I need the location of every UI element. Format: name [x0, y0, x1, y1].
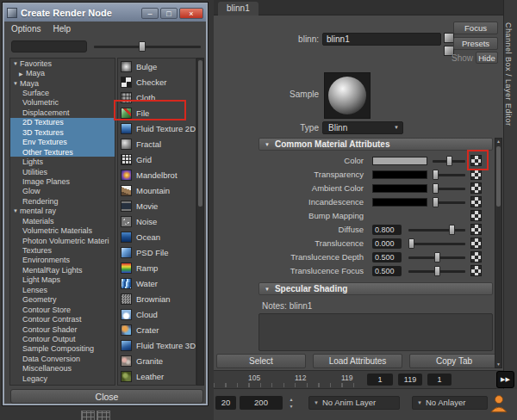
tree-item-light-maps[interactable]: Light Maps: [10, 275, 115, 285]
node-item-checker[interactable]: Checker: [118, 74, 196, 90]
node-item-bulge[interactable]: Bulge: [118, 59, 196, 74]
incandescence-texture-map-button[interactable]: [470, 196, 482, 207]
tree-item-volumetric-materials[interactable]: Volumetric Materials: [10, 225, 115, 235]
menu-options[interactable]: Options: [11, 24, 40, 34]
slider-handle[interactable]: [139, 41, 146, 52]
range-start-field[interactable]: 20: [215, 396, 236, 410]
frame-field[interactable]: 1: [427, 374, 452, 386]
current-frame-field[interactable]: 1: [367, 374, 393, 386]
scrollbar-thumb[interactable]: [198, 60, 202, 207]
frame-field[interactable]: 119: [398, 374, 422, 386]
collapse-arrow-icon[interactable]: ▼: [13, 81, 20, 86]
layer-dropdown[interactable]: ▼ No Anlayer: [412, 396, 488, 410]
tree-item-materials[interactable]: Materials: [10, 216, 115, 225]
incandescence-slider[interactable]: [433, 197, 465, 207]
translucence-depth-slider[interactable]: [408, 252, 465, 262]
node-item-mandelbrot[interactable]: Mandelbrot: [118, 167, 196, 182]
slider-handle[interactable]: [433, 170, 439, 180]
tree-item-data-conversion[interactable]: Data Conversion: [10, 354, 115, 363]
node-item-noise[interactable]: Noise: [118, 213, 196, 229]
slider-handle[interactable]: [434, 252, 440, 262]
transparency-color-swatch[interactable]: [372, 170, 427, 179]
close-window-button[interactable]: ×: [179, 8, 203, 19]
material-sample-swatch[interactable]: [324, 72, 371, 119]
diffuse-value-field[interactable]: 0.800: [372, 225, 402, 235]
translucence-value-field[interactable]: 0.000: [372, 238, 402, 249]
range-end-field[interactable]: 200: [240, 396, 283, 410]
tree-item-contour-output[interactable]: Contour Output: [10, 334, 115, 343]
filter-field[interactable]: [11, 40, 87, 52]
tree-item-favorites[interactable]: ▼Favorites: [10, 59, 115, 68]
translucence-focus-slider[interactable]: [408, 266, 465, 276]
slider-handle[interactable]: [433, 197, 439, 207]
node-item-ocean[interactable]: Ocean: [118, 229, 196, 244]
node-item-ramp[interactable]: Ramp: [118, 260, 196, 275]
node-item-psd-file[interactable]: PSD File: [118, 244, 196, 260]
color-slider[interactable]: [433, 156, 465, 166]
ambient-color-color-swatch[interactable]: [372, 184, 427, 193]
tree-item-miscellaneous[interactable]: Miscellaneous: [10, 364, 115, 374]
load-attributes-button[interactable]: Load Attributes: [313, 354, 402, 368]
node-item-file[interactable]: File: [118, 105, 196, 120]
color-texture-map-button[interactable]: [470, 155, 482, 166]
slider-handle[interactable]: [434, 266, 440, 276]
anim-layer-dropdown[interactable]: ▼ No Anim Layer: [308, 396, 400, 410]
copy-tab-button[interactable]: Copy Tab: [409, 354, 499, 368]
translucence-slider[interactable]: [408, 238, 465, 249]
collapse-arrow-icon[interactable]: ▼: [13, 61, 20, 66]
slider-handle[interactable]: [433, 183, 439, 194]
tree-item-contour-shader[interactable]: Contour Shader: [10, 324, 115, 334]
tree-item-mentalray-lights[interactable]: MentalRay Lights: [10, 265, 115, 275]
section-specular-shading[interactable]: ▼ Specular Shading: [258, 282, 493, 295]
close-button[interactable]: Close: [10, 389, 203, 404]
tree-item-glow[interactable]: Glow: [10, 187, 115, 196]
tree-item-textures[interactable]: Textures: [10, 245, 115, 255]
tree-item-displacement[interactable]: Displacement: [10, 108, 115, 117]
tree-item-surface[interactable]: Surface: [10, 88, 115, 97]
node-name-input[interactable]: blinn1: [322, 33, 441, 46]
tree-item-2d-textures[interactable]: 2D Textures: [10, 118, 115, 127]
maximize-button[interactable]: □: [160, 8, 178, 19]
tree-item-mental-ray[interactable]: ▼mental ray: [10, 207, 115, 216]
scroll-down-icon[interactable]: ▼: [495, 361, 501, 368]
tree-item-maya[interactable]: ▶Maya: [10, 68, 115, 77]
presets-button[interactable]: Presets: [453, 37, 498, 50]
time-slider[interactable]: 105 112 119 1 119 1: [214, 370, 496, 389]
translucence-focus-texture-map-button[interactable]: [470, 265, 482, 276]
hide-button[interactable]: Hide: [476, 52, 498, 64]
ambient-color-slider[interactable]: [433, 183, 465, 194]
transparency-texture-map-button[interactable]: [470, 169, 482, 180]
diffuse-slider[interactable]: [408, 225, 465, 235]
tree-item-volumetric[interactable]: Volumetric: [10, 98, 115, 108]
section-common-material-attributes[interactable]: ▼ Common Material Attributes: [258, 138, 493, 151]
node-item-fractal[interactable]: Fractal: [118, 136, 196, 151]
node-item-cloud[interactable]: Cloud: [118, 306, 196, 322]
tree-item-contour-store[interactable]: Contour Store: [10, 305, 115, 314]
node-item-water[interactable]: Water: [118, 275, 196, 291]
transparency-slider[interactable]: [433, 170, 465, 180]
icon-size-slider[interactable]: [94, 40, 201, 52]
tree-item-sample-compositing[interactable]: Sample Compositing: [10, 344, 115, 354]
menu-help[interactable]: Help: [53, 24, 71, 34]
tree-item-3d-textures[interactable]: 3D Textures: [10, 127, 115, 137]
slider-handle[interactable]: [408, 238, 414, 249]
attribute-editor-scrollbar[interactable]: ▲ ▼: [495, 138, 502, 368]
tree-item-photon-volumetric-materi[interactable]: Photon Volumetric Materi: [10, 236, 115, 245]
slider-handle[interactable]: [446, 156, 452, 166]
node-item-mountain[interactable]: Mountain: [118, 182, 196, 198]
tree-item-lights[interactable]: Lights: [10, 157, 115, 166]
translucence-focus-value-field[interactable]: 0.500: [372, 266, 402, 276]
collapse-arrow-icon[interactable]: ▼: [13, 208, 20, 213]
focus-button[interactable]: Focus: [453, 22, 498, 34]
node-item-fluid-texture-2d[interactable]: Fluid Texture 2D: [118, 120, 196, 136]
material-type-dropdown[interactable]: Blinn ▼: [322, 121, 403, 134]
color-color-swatch[interactable]: [372, 157, 427, 165]
translucence-depth-value-field[interactable]: 0.500: [372, 252, 402, 262]
scrollbar-thumb[interactable]: [496, 146, 501, 207]
expand-arrow-icon[interactable]: ▶: [19, 71, 26, 77]
incandescence-color-swatch[interactable]: [372, 198, 427, 207]
node-item-grid[interactable]: Grid: [118, 151, 196, 167]
node-list-scrollbar[interactable]: [196, 58, 204, 386]
tree-item-utilities[interactable]: Utilities: [10, 167, 115, 176]
tree-item-maya[interactable]: ▼Maya: [10, 78, 115, 88]
